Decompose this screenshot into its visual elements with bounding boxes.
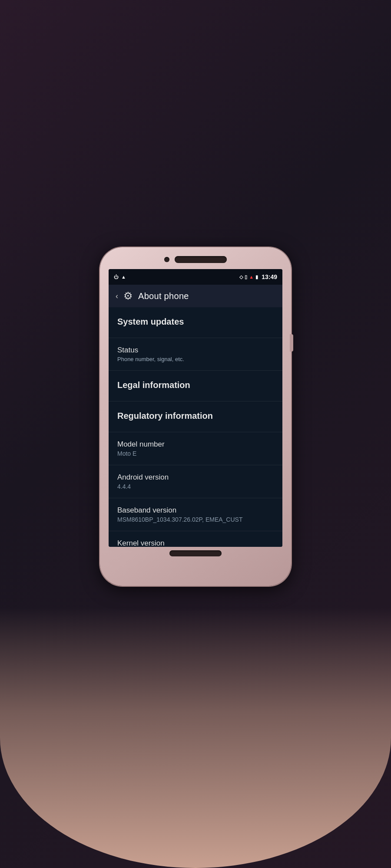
status-item[interactable]: Status Phone number, signal, etc. bbox=[109, 338, 282, 371]
status-right-icons: ◇ ▯ ▲ ▮ 13:49 bbox=[239, 273, 277, 280]
status-subtitle: Phone number, signal, etc. bbox=[117, 356, 274, 362]
power-icon: ⏻ bbox=[114, 274, 119, 279]
legal-information-title: Legal information bbox=[117, 380, 274, 390]
system-updates-title: System updates bbox=[117, 317, 274, 327]
battery-full-icon: ▮ bbox=[255, 274, 258, 280]
android-version-title: Android version bbox=[117, 473, 274, 482]
status-bar: ⏻ ▲ ◇ ▯ ▲ ▮ 13:49 bbox=[109, 269, 282, 285]
front-camera bbox=[164, 257, 169, 262]
phone-screen: ⏻ ▲ ◇ ▯ ▲ ▮ 13:49 ‹ ⚙ About phone bbox=[109, 269, 282, 547]
alert-red-icon: ▲ bbox=[249, 274, 254, 279]
power-side-button[interactable] bbox=[290, 334, 293, 352]
android-version-value: 4.4.4 bbox=[117, 483, 274, 490]
warning-icon: ▲ bbox=[121, 274, 126, 279]
system-updates-item[interactable]: System updates bbox=[109, 307, 282, 338]
regulatory-information-item[interactable]: Regulatory information bbox=[109, 401, 282, 432]
android-version-item: Android version 4.4.4 bbox=[109, 465, 282, 498]
app-bar: ‹ ⚙ About phone bbox=[109, 285, 282, 307]
bottom-speaker bbox=[169, 550, 222, 556]
phone-wrapper: ⏻ ▲ ◇ ▯ ▲ ▮ 13:49 ‹ ⚙ About phone bbox=[100, 247, 291, 586]
model-number-value: Moto E bbox=[117, 450, 274, 457]
about-phone-content: System updates Status Phone number, sign… bbox=[109, 307, 282, 547]
photo-background: ⏻ ▲ ◇ ▯ ▲ ▮ 13:49 ‹ ⚙ About phone bbox=[0, 0, 391, 868]
legal-information-item[interactable]: Legal information bbox=[109, 371, 282, 401]
phone-shell: ⏻ ▲ ◇ ▯ ▲ ▮ 13:49 ‹ ⚙ About phone bbox=[100, 247, 291, 586]
top-speaker bbox=[175, 256, 227, 263]
baseband-version-item: Baseband version MSM8610BP_1034.307.26.0… bbox=[109, 498, 282, 531]
status-left-icons: ⏻ ▲ bbox=[114, 274, 126, 279]
regulatory-information-title: Regulatory information bbox=[117, 411, 274, 421]
baseband-version-title: Baseband version bbox=[117, 506, 274, 515]
kernel-version-item: Kernel version 3.4.42-g6bc7ff3 bbox=[109, 531, 282, 547]
app-bar-title: About phone bbox=[138, 291, 189, 301]
phone-bottom bbox=[105, 550, 286, 559]
baseband-version-value: MSM8610BP_1034.307.26.02P, EMEA_CUST bbox=[117, 516, 274, 523]
hand-background bbox=[0, 608, 391, 868]
model-number-title: Model number bbox=[117, 440, 274, 449]
settings-gear-icon: ⚙ bbox=[123, 290, 133, 302]
battery-icon: ▯ bbox=[245, 274, 247, 280]
sim-icon: ◇ bbox=[239, 274, 243, 280]
status-title: Status bbox=[117, 346, 274, 355]
back-chevron-icon[interactable]: ‹ bbox=[116, 292, 118, 301]
phone-top bbox=[105, 253, 286, 266]
status-time: 13:49 bbox=[262, 273, 277, 280]
model-number-item: Model number Moto E bbox=[109, 432, 282, 465]
kernel-version-title: Kernel version bbox=[117, 539, 274, 547]
